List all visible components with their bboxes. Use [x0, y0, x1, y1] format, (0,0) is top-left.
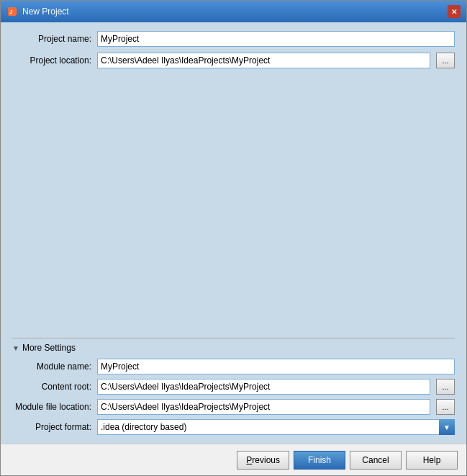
module-name-input[interactable] — [97, 359, 455, 374]
project-location-row: Project location: ... — [12, 53, 455, 68]
project-location-label: Project location: — [12, 55, 91, 66]
title-bar: J New Project ✕ — [1, 1, 466, 22]
help-label: Help — [423, 455, 441, 465]
project-location-input[interactable] — [97, 53, 430, 68]
new-project-dialog: J New Project ✕ Project name: Project lo… — [0, 0, 467, 476]
cancel-label: Cancel — [362, 455, 389, 465]
content-spacer — [12, 74, 455, 332]
finish-label: Finish — [308, 455, 331, 465]
more-settings-section: ▼ More Settings Module name: Content roo… — [12, 338, 455, 435]
project-name-input[interactable] — [97, 31, 455, 47]
module-file-location-row: Module file location: ... — [12, 399, 455, 415]
content-root-input[interactable] — [97, 379, 430, 395]
project-name-label: Project name: — [12, 34, 91, 44]
finish-button[interactable]: Finish — [294, 451, 345, 470]
project-format-select-wrapper: .idea (directory based) ▼ — [97, 419, 455, 435]
idea-icon: J — [6, 6, 18, 17]
content-root-row: Content root: ... — [12, 379, 455, 395]
project-format-select[interactable]: .idea (directory based) — [97, 419, 455, 435]
more-settings-label: More Settings — [22, 343, 76, 353]
svg-text:J: J — [9, 9, 12, 15]
content-area: Project name: Project location: ... ▼ Mo… — [1, 22, 466, 444]
previous-button[interactable]: Previous — [237, 451, 289, 470]
module-name-label: Module name: — [12, 362, 91, 372]
help-button[interactable]: Help — [406, 451, 458, 470]
module-file-label: Module file location: — [12, 402, 91, 412]
cancel-button[interactable]: Cancel — [350, 451, 402, 470]
module-file-location-input[interactable] — [97, 399, 430, 415]
button-bar: Previous Finish Cancel Help — [1, 444, 466, 475]
module-name-row: Module name: — [12, 359, 455, 374]
title-bar-left: J New Project — [6, 6, 69, 17]
content-root-label: Content root: — [12, 382, 91, 392]
window-title: New Project — [22, 6, 69, 17]
close-button[interactable]: ✕ — [448, 5, 461, 18]
more-settings-header[interactable]: ▼ More Settings — [12, 343, 455, 353]
more-settings-content: Module name: Content root: ... Module fi… — [12, 359, 455, 435]
window-controls: ✕ — [448, 5, 461, 18]
project-format-label: Project format: — [12, 422, 91, 432]
content-root-browse-button[interactable]: ... — [436, 379, 455, 395]
module-file-browse-button[interactable]: ... — [436, 399, 455, 415]
project-location-browse-button[interactable]: ... — [436, 53, 455, 68]
project-format-row: Project format: .idea (directory based) … — [12, 419, 455, 435]
project-name-row: Project name: — [12, 31, 455, 47]
collapse-arrow-icon: ▼ — [12, 344, 19, 352]
